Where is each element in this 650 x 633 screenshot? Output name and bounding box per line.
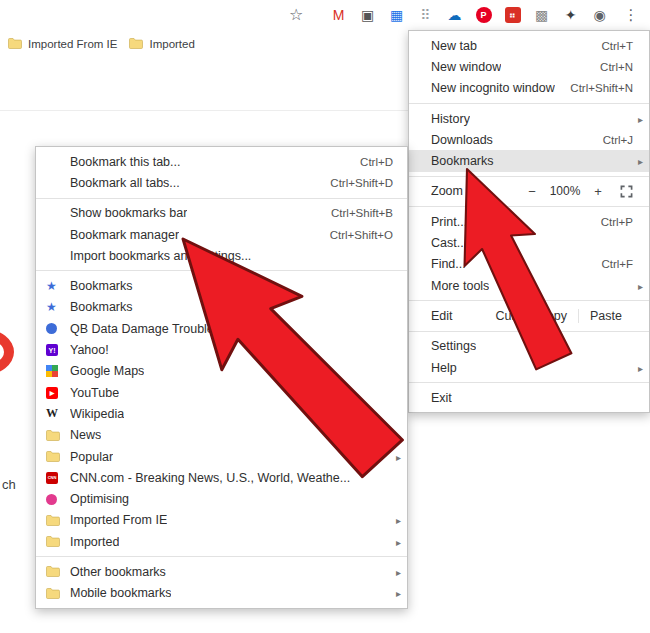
menu-item-popular[interactable]: Popular▸ (36, 446, 407, 467)
menu-item-new-tab[interactable]: New tabCtrl+T (409, 35, 649, 56)
menu-item-wikipedia[interactable]: WWikipedia (36, 403, 407, 424)
menu-item-imported-from-ie[interactable]: Imported From IE▸ (36, 510, 407, 531)
menu-item-shortcut: Ctrl+J (603, 134, 633, 146)
zoom-out-button[interactable]: − (522, 184, 542, 199)
submenu-arrow-icon: ▸ (638, 113, 643, 124)
menu-item-label: Show bookmarks bar (70, 206, 187, 220)
submenu-arrow-icon: ▸ (396, 566, 401, 577)
menu-item-bookmark-all-tabs[interactable]: Bookmark all tabs...Ctrl+Shift+D (36, 172, 407, 193)
menu-item-label: Wikipedia (70, 407, 124, 421)
menu-item-history[interactable]: History▸ (409, 108, 649, 129)
page-red-circle (0, 329, 14, 375)
extension-icon-3-glyph: ⠶ (505, 7, 521, 23)
menu-item-shortcut: Ctrl+P (601, 216, 633, 228)
menu-item-label: New incognito window (431, 81, 555, 95)
cloud-icon[interactable]: ☁ (440, 3, 469, 27)
menu-item-optimising[interactable]: Optimising (36, 488, 407, 509)
profile-icon[interactable]: ◉ (585, 3, 614, 27)
bookmarks-bar-label: Imported From IE (28, 38, 117, 50)
menu-item-show-bookmarks-bar[interactable]: Show bookmarks barCtrl+Shift+B (36, 203, 407, 224)
edit-copy-button[interactable]: Copy (526, 309, 578, 323)
bookmarks-bar-item-imported-from-ie[interactable]: Imported From IE (8, 38, 117, 50)
menu-item-shortcut: Ctrl+Shift+N (570, 82, 633, 94)
menu-item-mobile-bookmarks[interactable]: Mobile bookmarks▸ (36, 583, 407, 604)
menu-item-help[interactable]: Help▸ (409, 357, 649, 378)
menu-separator (409, 382, 649, 383)
submenu-arrow-icon: ▸ (638, 156, 643, 167)
menu-item-new-incognito-window[interactable]: New incognito windowCtrl+Shift+N (409, 78, 649, 99)
folder-icon (46, 515, 70, 526)
extension-icon-3[interactable]: ⠶ (498, 3, 527, 27)
zoom-in-button[interactable]: + (588, 184, 608, 199)
menu-item-news[interactable]: News▸ (36, 425, 407, 446)
edit-paste-button[interactable]: Paste (578, 309, 633, 323)
menu-item-label: Cast... (431, 236, 467, 250)
submenu-arrow-icon: ▸ (396, 536, 401, 547)
folder-icon (46, 566, 70, 577)
menu-item-more-tools[interactable]: More tools▸ (409, 275, 649, 296)
menu-item-other-bookmarks[interactable]: Other bookmarks▸ (36, 561, 407, 582)
fullscreen-icon[interactable] (620, 185, 633, 198)
extension-icon-2-glyph: ▦ (390, 8, 403, 22)
menu-item-yahoo[interactable]: Y!Yahoo! (36, 339, 407, 360)
menu-item-bookmarks[interactable]: ★Bookmarks (36, 275, 407, 296)
menu-item-label: Bookmarks (431, 154, 494, 168)
menu-item-new-window[interactable]: New windowCtrl+N (409, 56, 649, 77)
menu-separator (409, 103, 649, 104)
menu-item-settings[interactable]: Settings (409, 336, 649, 357)
gmail-icon[interactable]: M (324, 3, 353, 27)
profile-icon-glyph: ◉ (593, 8, 605, 22)
bookmarks-bar-item-imported[interactable]: Imported (129, 38, 194, 50)
gmaps-icon (46, 365, 70, 377)
menu-item-bookmarks[interactable]: ★Bookmarks (36, 297, 407, 318)
menu-item-find[interactable]: Find...Ctrl+F (409, 254, 649, 275)
menu-item-edit[interactable]: EditCutCopyPaste (409, 305, 649, 326)
menu-item-label: Popular (70, 450, 113, 464)
menu-item-imported[interactable]: Imported▸ (36, 531, 407, 552)
menu-item-label: History (431, 112, 470, 126)
folder-icon (46, 536, 70, 547)
browser-menu-button[interactable]: ⋮ (620, 4, 642, 26)
zoom-controls: −100%+ (522, 184, 633, 199)
extension-icon-5[interactable]: ✦ (556, 3, 585, 27)
yahoo-icon: Y! (46, 344, 70, 356)
menu-separator (409, 300, 649, 301)
menu-item-downloads[interactable]: DownloadsCtrl+J (409, 129, 649, 150)
menu-item-label: More tools (431, 279, 489, 293)
extension-icon-4[interactable]: ▩ (527, 3, 556, 27)
menu-item-cast[interactable]: Cast... (409, 232, 649, 253)
menu-item-youtube[interactable]: ▶YouTube (36, 382, 407, 403)
gmail-icon-glyph: M (333, 8, 345, 22)
bookmark-star-icon[interactable]: ☆ (289, 5, 303, 24)
submenu-arrow-icon: ▸ (638, 362, 643, 373)
wikipedia-icon: W (46, 406, 70, 421)
menu-item-bookmark-this-tab[interactable]: Bookmark this tab...Ctrl+D (36, 151, 407, 172)
extension-icon-2[interactable]: ▦ (382, 3, 411, 27)
page-divider (0, 110, 408, 111)
menu-item-qb-data-damage-troubleshooting[interactable]: QB Data Damage Troubleshooting (36, 318, 407, 339)
submenu-arrow-icon: ▸ (396, 451, 401, 462)
folder-icon (129, 38, 143, 49)
menu-item-google-maps[interactable]: Google Maps (36, 361, 407, 382)
submenu-arrow-icon: ▸ (396, 588, 401, 599)
menu-item-shortcut: Ctrl+Shift+B (331, 207, 393, 219)
menu-item-bookmarks[interactable]: Bookmarks▸ (409, 150, 649, 171)
star-icon: ★ (46, 279, 70, 293)
menu-item-exit[interactable]: Exit (409, 387, 649, 408)
pinterest-icon[interactable]: P (469, 3, 498, 27)
apps-grid-icon[interactable]: ⠿ (411, 3, 440, 27)
menu-item-cnn-com-breaking-news-u-s-world-weathe[interactable]: CNNCNN.com - Breaking News, U.S., World,… (36, 467, 407, 488)
menu-item-label: News (70, 428, 101, 442)
menu-item-print[interactable]: Print...Ctrl+P (409, 211, 649, 232)
menu-item-bookmark-manager[interactable]: Bookmark managerCtrl+Shift+O (36, 224, 407, 245)
extension-icon-1[interactable]: ▣ (353, 3, 382, 27)
edit-cut-button[interactable]: Cut (484, 309, 525, 323)
submenu-arrow-icon: ▸ (638, 280, 643, 291)
blue-dot-icon (46, 323, 70, 334)
menu-separator (36, 270, 407, 271)
menu-item-zoom[interactable]: Zoom−100%+ (409, 181, 649, 202)
menu-item-label: Mobile bookmarks (70, 586, 171, 600)
toolbar-extensions: M▣▦⠿☁P⠶▩✦◉ (324, 3, 614, 27)
menu-separator (36, 556, 407, 557)
menu-item-import-bookmarks-and-settings[interactable]: Import bookmarks and settings... (36, 245, 407, 266)
